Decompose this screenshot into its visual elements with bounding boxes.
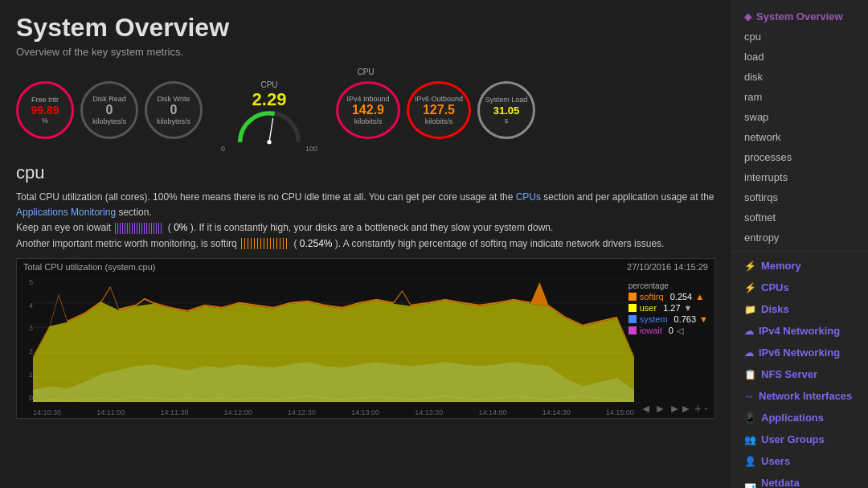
softirq-label: softirq bbox=[640, 292, 664, 301]
softirq-value: 0.254% bbox=[300, 238, 333, 249]
iowait-sparkline bbox=[115, 223, 163, 234]
sidebar-label-nfs: NFS Server bbox=[761, 368, 817, 380]
sidebar-item-disk[interactable]: disk bbox=[731, 67, 868, 87]
memory-icon: ⚡ bbox=[744, 260, 756, 272]
sidebar-section-ipv6[interactable]: ☁ IPv6 Networking bbox=[731, 342, 868, 363]
desc-text3: section. bbox=[118, 207, 151, 218]
iowait-desc: ). If it is constantly high, your disks … bbox=[190, 222, 554, 233]
ipv4-icon: ☁ bbox=[744, 326, 754, 337]
app-monitoring-link[interactable]: Applications Monitoring bbox=[16, 207, 116, 218]
nav-zoom-in[interactable]: + bbox=[694, 402, 701, 415]
cpu-main-label: CPU bbox=[209, 80, 330, 89]
cpu-max: 100 bbox=[305, 145, 317, 153]
cpu-section-title: cpu bbox=[16, 162, 715, 183]
sidebar-section-user-groups[interactable]: 👥 User Groups bbox=[731, 429, 868, 450]
iowait-legend-value: 0 bbox=[669, 326, 674, 335]
nav-back[interactable]: ◄ bbox=[641, 402, 652, 415]
sidebar-item-softnet[interactable]: softnet bbox=[731, 207, 868, 228]
softirq-paren: ( bbox=[293, 238, 297, 249]
sidebar-item-processes[interactable]: processes bbox=[731, 147, 868, 167]
nfs-icon: 📋 bbox=[744, 369, 756, 380]
sidebar-item-swap[interactable]: swap bbox=[731, 107, 868, 127]
free-intr-value: 99.89 bbox=[31, 104, 59, 117]
iowait-paren: ( bbox=[168, 222, 171, 233]
disk-write-title: Disk Write bbox=[158, 95, 190, 104]
nav-forward[interactable]: ► bbox=[655, 402, 666, 415]
sidebar-section-nfs[interactable]: 📋 NFS Server bbox=[731, 363, 868, 385]
ipv4-inbound-value: 142.9 bbox=[352, 103, 384, 117]
ipv6-icon: ☁ bbox=[744, 347, 754, 359]
cpus-icon: ⚡ bbox=[744, 282, 756, 293]
sidebar-label-swap: swap bbox=[744, 111, 768, 123]
sidebar-label-users: Users bbox=[761, 455, 790, 467]
sidebar-label-ipv4: IPv4 Networking bbox=[759, 325, 840, 337]
sidebar-label-disk: disk bbox=[744, 71, 763, 83]
main-content: System Overview Overview of the key syst… bbox=[0, 0, 731, 488]
system-load-unit: s bbox=[505, 117, 509, 125]
sidebar-section-netdata[interactable]: 📊 Netdata Monitoring bbox=[731, 472, 868, 488]
disk-write-gauge: Disk Write 0 kilobytes/s bbox=[145, 81, 203, 139]
user-label: user bbox=[640, 303, 657, 313]
sidebar-label-ram: ram bbox=[744, 91, 762, 103]
cpu-gauge-label: CPU bbox=[357, 68, 374, 76]
netdata-icon: 📊 bbox=[744, 483, 756, 488]
disk-read-value: 0 bbox=[106, 103, 113, 117]
sidebar-section-memory[interactable]: ⚡ Memory bbox=[731, 255, 868, 277]
page-title: System Overview bbox=[16, 13, 715, 43]
cpu-main-value: 2.29 bbox=[252, 89, 287, 110]
softirq-color-dot bbox=[628, 293, 637, 301]
sidebar-section-disks[interactable]: 📁 Disks bbox=[731, 298, 868, 320]
sidebar-label-network: network bbox=[744, 131, 781, 143]
sidebar-section-applications[interactable]: 📱 Applications bbox=[731, 407, 868, 429]
nav-zoom-out[interactable]: - bbox=[704, 402, 708, 415]
gauges-row: CPU Free Intr 99.89 % Disk Read 0 kiloby… bbox=[16, 68, 715, 153]
sidebar-label-interrupts: interrupts bbox=[744, 171, 788, 183]
ipv4-inbound-gauge: IPv4 Inbound 142.9 kilobits/s bbox=[336, 81, 400, 139]
net-interfaces-icon: ↔ bbox=[744, 391, 754, 402]
sidebar-label-user-groups: User Groups bbox=[761, 433, 825, 445]
sidebar-label-netdata: Netdata Monitoring bbox=[761, 477, 855, 488]
sidebar-item-interrupts[interactable]: interrupts bbox=[731, 167, 868, 187]
sidebar-item-ram[interactable]: ram bbox=[731, 87, 868, 107]
sidebar-item-cpu[interactable]: cpu bbox=[731, 27, 868, 47]
sidebar-label-cpus: CPUs bbox=[761, 281, 789, 293]
sidebar-item-load[interactable]: load bbox=[731, 47, 868, 67]
sidebar-item-network[interactable]: network bbox=[731, 127, 868, 147]
chart-legend: percentage softirq 0.254 ▲ user 1.27 ▼ s… bbox=[628, 281, 708, 338]
disk-read-unit: kilobytes/s bbox=[92, 117, 126, 125]
legend-system: system 0.763 ▼ bbox=[628, 314, 708, 324]
svg-marker-9 bbox=[33, 301, 634, 402]
ipv6-outbound-title: IPv6 Outbound bbox=[415, 95, 463, 104]
legend-header: percentage bbox=[628, 281, 708, 290]
sidebar-item-softirqs[interactable]: softirqs bbox=[731, 187, 868, 207]
softirq-text: Another important metric worth monitorin… bbox=[16, 238, 237, 249]
system-color-dot bbox=[628, 315, 637, 323]
iowait-color-dot bbox=[628, 326, 637, 334]
sidebar-item-system-overview[interactable]: ◈ System Overview bbox=[731, 6, 868, 27]
sidebar-section-users[interactable]: 👤 Users bbox=[731, 450, 868, 472]
cpu-chart: Total CPU utilization (system.cpu) 27/10… bbox=[16, 258, 715, 419]
nav-fast-forward[interactable]: ►► bbox=[669, 402, 691, 415]
iowait-label: iowait bbox=[640, 326, 662, 335]
cpu-main-gauge: CPU 2.29 0 100 bbox=[209, 80, 330, 153]
cpus-link[interactable]: CPUs bbox=[516, 191, 541, 203]
free-intr-gauge: Free Intr 99.89 % bbox=[16, 81, 74, 139]
sidebar-label-disks: Disks bbox=[761, 303, 789, 315]
sidebar-section-cpus[interactable]: ⚡ CPUs bbox=[731, 277, 868, 298]
sidebar-section-net-interfaces[interactable]: ↔ Network Interfaces bbox=[731, 385, 868, 407]
softirq-sparkline bbox=[241, 238, 289, 249]
iowait-value: 0% bbox=[174, 222, 187, 233]
sidebar-label-net-interfaces: Network Interfaces bbox=[759, 390, 852, 402]
sidebar-section-ipv4[interactable]: ☁ IPv4 Networking bbox=[731, 320, 868, 342]
users-icon: 👤 bbox=[744, 456, 756, 467]
sidebar-item-entropy[interactable]: entropy bbox=[731, 228, 868, 248]
cpu-arc-svg bbox=[217, 110, 321, 145]
ipv6-outbound-unit: kilobits/s bbox=[425, 117, 453, 125]
softirq-desc: ). A constantly high percentage of softi… bbox=[335, 238, 665, 249]
disk-read-title: Disk Read bbox=[92, 95, 126, 104]
sidebar-label-memory: Memory bbox=[761, 260, 801, 272]
chart-svg bbox=[33, 278, 634, 402]
desc-text1: Total CPU utilization (all cores). 100% … bbox=[16, 191, 513, 203]
sidebar-label-ipv6: IPv6 Networking bbox=[759, 347, 840, 359]
chart-datetime: 27/10/2016 14:15:29 bbox=[627, 262, 708, 272]
